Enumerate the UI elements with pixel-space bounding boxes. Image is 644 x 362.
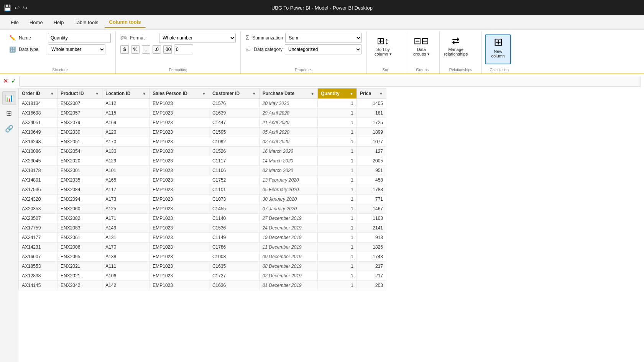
percent-btn[interactable]: % xyxy=(131,45,140,54)
purchase-date-filter-icon[interactable]: ▼ xyxy=(310,92,314,96)
table-row: AX16248ENX2051A170EMP1023C109202 April 2… xyxy=(19,137,386,147)
decimal-dec-btn[interactable]: .00 xyxy=(163,45,172,54)
save-icon[interactable]: 💾 xyxy=(4,4,12,11)
redo-icon[interactable]: ↪ xyxy=(23,4,28,11)
table-row: AX20353ENX2060A125EMP1023C145507 January… xyxy=(19,204,386,214)
cell-product_id-17: ENX2021 xyxy=(57,262,102,271)
cell-quantity-1: 1 xyxy=(318,108,357,118)
main-area: Order ID ▼ Product ID ▼ Location ID ▼ xyxy=(18,88,644,362)
menu-help[interactable]: Help xyxy=(49,17,69,28)
location-id-filter-icon[interactable]: ▼ xyxy=(142,92,146,96)
cell-purchase_date-19: 01 December 2019 xyxy=(259,281,317,290)
cell-order_id-15: AX14231 xyxy=(19,242,58,252)
cell-quantity-13: 1 xyxy=(318,223,357,233)
ribbon-group-properties: Σ Summarization Sum 🏷 Data category Unca… xyxy=(241,31,367,74)
cell-customer_id-5: C1526 xyxy=(209,147,259,156)
formula-cancel-btn[interactable]: ✕ xyxy=(3,77,8,85)
menu-table-tools[interactable]: Table tools xyxy=(70,17,103,28)
datacategory-icon: 🏷 xyxy=(245,46,251,52)
cell-location_id-11: A125 xyxy=(102,204,150,214)
cell-price-12: 1103 xyxy=(356,214,386,223)
decimal-inc-btn[interactable]: .0 xyxy=(153,45,161,54)
cell-price-14: 913 xyxy=(356,233,386,242)
cell-quantity-10: 1 xyxy=(318,195,357,204)
datacategory-select[interactable]: Uncategorized xyxy=(285,44,361,54)
cell-quantity-19: 1 xyxy=(318,281,357,290)
format-select[interactable]: Whole number xyxy=(159,33,236,43)
product-id-filter-icon[interactable]: ▼ xyxy=(95,92,99,96)
cell-purchase_date-16: 09 December 2019 xyxy=(259,252,317,262)
cell-quantity-11: 1 xyxy=(318,204,357,214)
cell-order_id-1: AX16698 xyxy=(19,108,58,118)
cell-sales_person_id-15: EMP1023 xyxy=(150,242,209,252)
data-groups-btn[interactable]: ⊟⊟ Datagroups ▾ xyxy=(408,34,434,64)
sales-person-id-filter-icon[interactable]: ▼ xyxy=(202,92,206,96)
cell-sales_person_id-3: EMP1023 xyxy=(150,128,209,137)
cell-location_id-2: A169 xyxy=(102,118,150,128)
sidebar-icon-report[interactable]: 📊 xyxy=(2,91,16,105)
cell-customer_id-10: C1073 xyxy=(209,195,259,204)
cell-order_id-12: AX23507 xyxy=(19,214,58,223)
summarization-select[interactable]: Sum xyxy=(285,33,362,43)
cell-sales_person_id-9: EMP1023 xyxy=(150,185,209,195)
relationships-group-label: Relationships xyxy=(449,68,472,72)
cell-quantity-9: 1 xyxy=(318,185,357,195)
new-column-btn[interactable]: ⊞ Newcolumn xyxy=(485,34,511,64)
ribbon-group-groups: ⊟⊟ Datagroups ▾ Groups xyxy=(405,31,440,74)
sort-by-column-btn[interactable]: ⊞↕ Sort bycolumn ▾ xyxy=(370,34,396,64)
cell-price-19: 203 xyxy=(356,281,386,290)
cell-product_id-8: ENX2035 xyxy=(57,175,102,185)
menu-bar: File Home Help Table tools Column tools xyxy=(0,15,644,30)
cell-quantity-18: 1 xyxy=(318,271,357,281)
col-header-purchase-date: Purchase Date ▼ xyxy=(259,88,317,99)
col-header-product-id: Product ID ▼ xyxy=(57,88,102,99)
data-groups-label: Datagroups ▾ xyxy=(413,47,430,57)
cell-order_id-14: AX24177 xyxy=(19,233,58,242)
menu-column-tools[interactable]: Column tools xyxy=(105,17,146,28)
data-groups-icon: ⊟⊟ xyxy=(414,36,429,46)
cell-purchase_date-3: 05 April 2020 xyxy=(259,128,317,137)
formula-input[interactable] xyxy=(19,76,641,87)
undo-icon[interactable]: ↩ xyxy=(15,4,20,11)
properties-group-label: Properties xyxy=(295,68,313,72)
order-id-filter-icon[interactable]: ▼ xyxy=(50,92,54,96)
cell-quantity-4: 1 xyxy=(318,137,357,147)
cell-sales_person_id-5: EMP1023 xyxy=(150,147,209,156)
price-filter-icon[interactable]: ▼ xyxy=(379,92,383,96)
cell-quantity-17: 1 xyxy=(318,262,357,271)
sidebar-icon-model[interactable]: 🔗 xyxy=(2,122,16,136)
customer-id-filter-icon[interactable]: ▼ xyxy=(252,92,256,96)
cell-order_id-10: AX24320 xyxy=(19,195,58,204)
col-header-customer-id: Customer ID ▼ xyxy=(209,88,259,99)
cell-order_id-4: AX16248 xyxy=(19,137,58,147)
currency-btn[interactable]: $ xyxy=(120,45,129,54)
cell-order_id-8: AX14801 xyxy=(19,175,58,185)
manage-relationships-btn[interactable]: ⇄ Managerelationships xyxy=(443,34,469,64)
formula-confirm-btn[interactable]: ✓ xyxy=(11,77,16,85)
sort-by-column-icon: ⊞↕ xyxy=(377,36,389,46)
formatting-group-label: Formatting xyxy=(169,68,187,72)
name-input[interactable] xyxy=(48,33,111,43)
ribbon-group-formatting: $% Format Whole number $ % , .0 .00 Form… xyxy=(116,31,241,74)
cell-sales_person_id-13: EMP1023 xyxy=(150,223,209,233)
decimal-places-input[interactable] xyxy=(174,44,193,54)
datatype-select[interactable]: Whole number xyxy=(48,44,105,54)
cell-product_id-7: ENX2001 xyxy=(57,166,102,175)
manage-relationships-icon: ⇄ xyxy=(452,36,460,46)
cell-order_id-2: AX24051 xyxy=(19,118,58,128)
sidebar-icon-table[interactable]: ⊞ xyxy=(2,106,16,120)
cell-customer_id-15: C1786 xyxy=(209,242,259,252)
cell-price-10: 771 xyxy=(356,195,386,204)
ribbon-group-sort: ⊞↕ Sort bycolumn ▾ Sort xyxy=(367,31,405,74)
cell-order_id-7: AX13178 xyxy=(19,166,58,175)
quantity-filter-icon[interactable]: ▼ xyxy=(350,92,353,96)
cell-product_id-4: ENX2051 xyxy=(57,137,102,147)
cell-sales_person_id-4: EMP1023 xyxy=(150,137,209,147)
comma-btn[interactable]: , xyxy=(142,45,150,54)
cell-purchase_date-0: 20 May 2020 xyxy=(259,99,317,108)
cell-location_id-19: A142 xyxy=(102,281,150,290)
new-column-label: Newcolumn xyxy=(491,49,505,58)
cell-purchase_date-11: 07 January 2020 xyxy=(259,204,317,214)
menu-file[interactable]: File xyxy=(6,17,23,28)
menu-home[interactable]: Home xyxy=(25,17,48,28)
